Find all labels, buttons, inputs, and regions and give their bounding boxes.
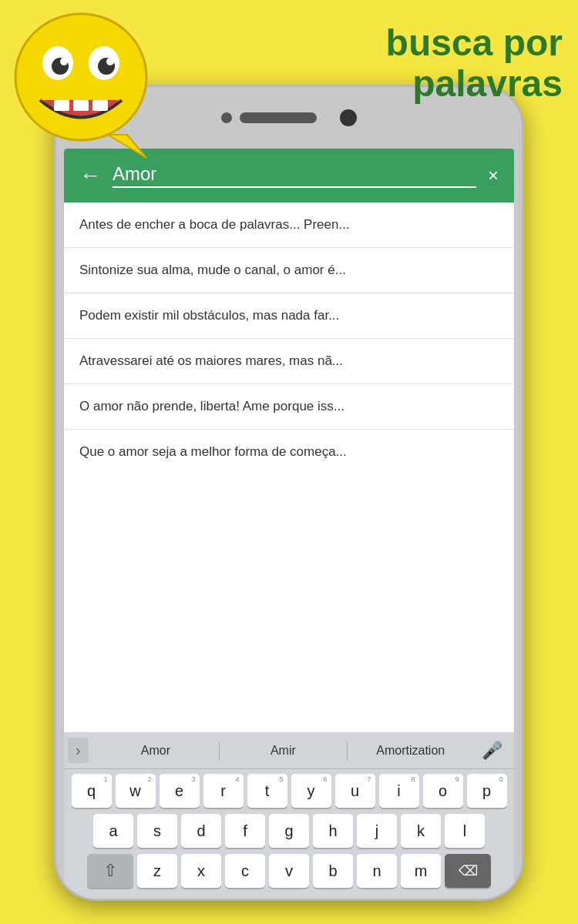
- key-y[interactable]: 6y: [291, 774, 331, 808]
- autocomplete-words: Amor Amir Amortization: [92, 740, 474, 762]
- camera-dot: [221, 112, 232, 123]
- key-p[interactable]: 0p: [467, 774, 507, 808]
- key-r[interactable]: 4r: [203, 774, 244, 808]
- phone-screen: ← × Antes de encher a boca de palavras..…: [64, 149, 514, 842]
- expand-icon[interactable]: ›: [68, 738, 89, 763]
- key-row-1: 1q 2w 3e 4r 5t 6y 7u 8i 9o 0p: [67, 774, 511, 808]
- autocomplete-bar: › Amor Amir Amortization 🎤: [64, 732, 514, 769]
- keyboard-area: › Amor Amir Amortization 🎤 1q 2: [64, 732, 514, 842]
- key-l[interactable]: l: [445, 814, 485, 842]
- key-row-2: a s d f g h j k l: [67, 814, 511, 842]
- key-g[interactable]: g: [269, 814, 309, 842]
- result-item-5[interactable]: O amor não prende, liberta! Ame porque i…: [64, 384, 514, 430]
- svg-rect-9: [92, 100, 108, 111]
- svg-point-0: [15, 14, 146, 140]
- search-input[interactable]: [113, 163, 476, 188]
- search-results: Antes de encher a boca de palavras... Pr…: [64, 203, 514, 475]
- result-item-4[interactable]: Atravessarei até os maiores mares, mas n…: [64, 339, 514, 384]
- key-t[interactable]: 5t: [247, 774, 287, 808]
- autocomplete-word-1[interactable]: Amor: [92, 740, 219, 762]
- result-item-3[interactable]: Podem existir mil obstáculos, mas nada f…: [64, 293, 514, 339]
- back-button[interactable]: ←: [79, 163, 101, 188]
- emoji-decoration: [8, 8, 162, 162]
- front-camera: [340, 109, 357, 126]
- key-f[interactable]: f: [225, 814, 265, 842]
- key-i[interactable]: 8i: [379, 774, 419, 808]
- autocomplete-word-3[interactable]: Amortization: [348, 740, 474, 762]
- mic-icon[interactable]: 🎤: [474, 737, 510, 765]
- key-s[interactable]: s: [137, 814, 177, 842]
- svg-point-6: [106, 58, 114, 65]
- key-j[interactable]: j: [357, 814, 397, 842]
- svg-rect-8: [73, 100, 89, 111]
- svg-marker-10: [108, 135, 146, 158]
- key-u[interactable]: 7u: [335, 774, 375, 808]
- autocomplete-word-2[interactable]: Amir: [220, 740, 346, 762]
- keyboard-body: 1q 2w 3e 4r 5t 6y 7u 8i 9o 0p a s: [64, 769, 514, 842]
- key-a[interactable]: a: [93, 814, 133, 842]
- key-o[interactable]: 9o: [423, 774, 463, 808]
- result-item-1[interactable]: Antes de encher a boca de palavras... Pr…: [64, 203, 514, 248]
- key-d[interactable]: d: [181, 814, 221, 842]
- key-k[interactable]: k: [401, 814, 441, 842]
- svg-point-5: [60, 58, 68, 65]
- key-w[interactable]: 2w: [116, 774, 156, 808]
- key-h[interactable]: h: [313, 814, 353, 842]
- page-title: busca por palavras: [386, 23, 563, 105]
- speaker-bar: [240, 112, 317, 123]
- clear-button[interactable]: ×: [488, 165, 499, 186]
- svg-rect-7: [54, 100, 69, 111]
- result-item-6[interactable]: Que o amor seja a melhor forma de começa…: [64, 430, 514, 474]
- key-q[interactable]: 1q: [72, 774, 112, 808]
- result-item-2[interactable]: Sintonize sua alma, mude o canal, o amor…: [64, 248, 514, 293]
- phone-frame: ← × Antes de encher a boca de palavras..…: [54, 85, 524, 901]
- key-e[interactable]: 3e: [160, 774, 200, 808]
